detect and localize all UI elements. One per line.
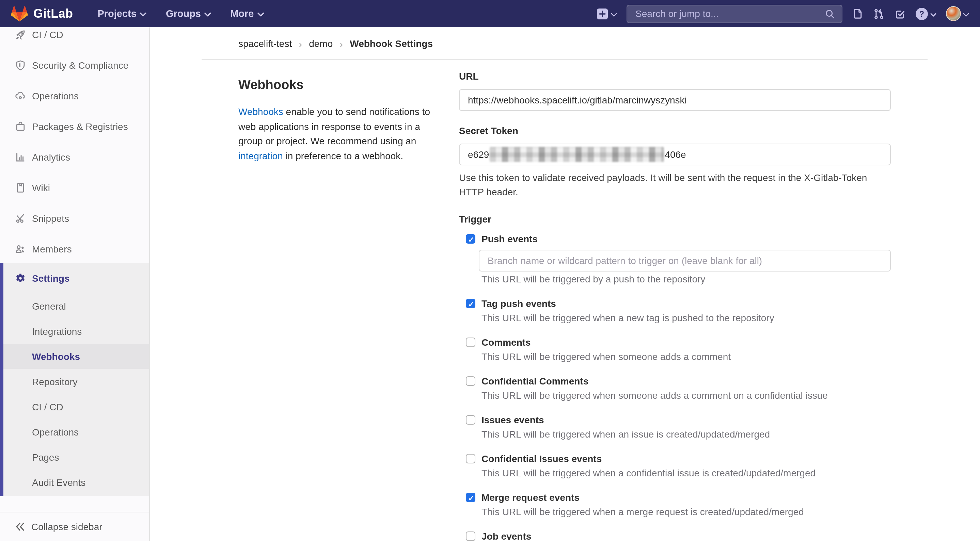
trigger-merge-request-events: Merge request events This URL will be tr… — [459, 491, 891, 519]
tag-push-events-checkbox[interactable] — [466, 299, 476, 308]
url-label: URL — [459, 70, 891, 84]
job-events-checkbox[interactable] — [466, 531, 476, 541]
confidential-issues-events-help: This URL will be triggered when a confid… — [482, 466, 891, 481]
sidebar-item-packages-registries[interactable]: Packages & Registries — [0, 111, 149, 141]
sidebar-item-security-compliance[interactable]: Security & Compliance — [0, 50, 149, 80]
nav-menu-projects[interactable]: Projects — [89, 0, 154, 27]
trigger-tag-push-events: Tag push events This URL will be trigger… — [459, 297, 891, 325]
sidebar-item-members[interactable]: Members — [0, 233, 149, 264]
main-content: spacelift-test › demo › Webhook Settings… — [150, 27, 980, 541]
sidebar-subitem-ci-cd[interactable]: CI / CD — [0, 394, 149, 419]
url-input[interactable] — [459, 89, 891, 111]
nav-menu-more[interactable]: More — [222, 0, 272, 27]
sidebar-item-snippets[interactable]: Snippets — [0, 203, 149, 233]
sidebar-subitem-general[interactable]: General — [0, 293, 149, 319]
project-sidebar: CI / CD Security & Compliance Operations… — [0, 27, 150, 541]
secret-token-input[interactable]: e629406e — [459, 144, 891, 165]
secret-token-help: Use this token to validate received payl… — [459, 171, 891, 199]
trigger-job-events: Job events This URL will be triggered wh… — [459, 530, 891, 541]
help-menu-button[interactable]: ? — [915, 7, 936, 20]
trigger-comments: Comments This URL will be triggered when… — [459, 335, 891, 364]
sidebar-item-label: Settings — [32, 273, 70, 284]
sidebar-subitem-audit-events[interactable]: Audit Events — [0, 470, 149, 495]
gitlab-tanuki-logo-icon — [11, 5, 28, 22]
breadcrumb-project[interactable]: demo — [309, 38, 332, 49]
push-events-help: This URL will be triggered by a push to … — [482, 272, 891, 287]
trigger-issues-events: Issues events This URL will be triggered… — [459, 413, 891, 442]
sidebar-item-label: Packages & Registries — [32, 121, 128, 132]
snippet-icon — [15, 213, 26, 224]
collapse-sidebar-button[interactable]: Collapse sidebar — [0, 512, 149, 541]
breadcrumb-current: Webhook Settings — [350, 38, 433, 49]
sidebar-item-label: Analytics — [32, 151, 70, 162]
webhooks-description: Webhooks enable you to send notification… — [239, 105, 443, 164]
push-events-checkbox[interactable] — [466, 234, 476, 244]
double-chevron-left-icon — [15, 523, 24, 531]
sidebar-item-operations[interactable]: Operations — [0, 80, 149, 111]
search-icon — [825, 8, 835, 19]
comments-help: This URL will be triggered when someone … — [482, 350, 891, 364]
trigger-push-events: Push events This URL will be triggered b… — [459, 232, 891, 287]
chevron-down-icon — [611, 8, 617, 19]
integration-link[interactable]: integration — [239, 151, 283, 161]
tag-push-events-label[interactable]: Tag push events — [482, 297, 891, 311]
new-menu-button[interactable] — [597, 8, 617, 19]
gear-icon — [15, 273, 26, 284]
chevron-down-icon — [140, 8, 147, 19]
issues-events-label[interactable]: Issues events — [482, 413, 891, 427]
sidebar-subitem-pages[interactable]: Pages — [0, 444, 149, 470]
todo-list-button[interactable] — [894, 8, 906, 19]
issues-events-checkbox[interactable] — [466, 415, 476, 425]
users-icon — [15, 243, 26, 254]
issues-button[interactable] — [852, 8, 864, 19]
gitlab-home-link[interactable]: GitLab — [11, 5, 73, 22]
nav-menu-groups[interactable]: Groups — [158, 0, 219, 27]
collapse-sidebar-label: Collapse sidebar — [31, 521, 102, 532]
sidebar-subitem-repository[interactable]: Repository — [0, 369, 149, 394]
sidebar-item-settings[interactable]: Settings — [0, 263, 149, 293]
active-section-indicator — [0, 263, 3, 496]
sidebar-item-ci-cd[interactable]: CI / CD — [0, 27, 149, 50]
tag-push-events-help: This URL will be triggered when a new ta… — [482, 311, 891, 325]
sidebar-subitem-operations[interactable]: Operations — [0, 419, 149, 444]
plus-square-icon — [597, 8, 608, 19]
sidebar-item-wiki[interactable]: Wiki — [0, 172, 149, 203]
rocket-icon — [15, 29, 26, 40]
confidential-comments-checkbox[interactable] — [466, 376, 476, 386]
top-navbar: GitLab Projects Groups More — [0, 0, 980, 27]
secret-token-label: Secret Token — [459, 124, 891, 138]
search-input[interactable] — [634, 8, 825, 20]
breadcrumb-separator: › — [339, 38, 343, 49]
chevron-down-icon — [257, 8, 264, 19]
secret-token-redacted — [490, 147, 664, 162]
merge-request-events-label[interactable]: Merge request events — [482, 491, 891, 505]
gitlab-webhook-settings-page: GitLab Projects Groups More — [0, 0, 980, 541]
sidebar-item-label: Members — [32, 243, 72, 254]
global-search — [627, 5, 842, 23]
trigger-confidential-issues-events: Confidential Issues events This URL will… — [459, 452, 891, 481]
trigger-label: Trigger — [459, 212, 891, 227]
sidebar-item-analytics[interactable]: Analytics — [0, 141, 149, 172]
confidential-comments-label[interactable]: Confidential Comments — [482, 374, 891, 389]
webhooks-doc-link[interactable]: Webhooks — [239, 106, 283, 117]
package-icon — [15, 121, 26, 132]
push-events-label[interactable]: Push events — [482, 232, 891, 246]
help-icon: ? — [915, 7, 928, 20]
breadcrumb-group[interactable]: spacelift-test — [239, 38, 292, 49]
sidebar-item-label: Security & Compliance — [32, 60, 128, 70]
sidebar-item-label: Operations — [32, 90, 79, 101]
job-events-label[interactable]: Job events — [482, 530, 891, 541]
merge-request-events-checkbox[interactable] — [466, 493, 476, 502]
user-menu-button[interactable] — [946, 6, 969, 21]
sidebar-subitem-integrations[interactable]: Integrations — [0, 319, 149, 344]
sidebar-subitem-webhooks[interactable]: Webhooks — [0, 344, 149, 369]
branch-filter-input[interactable] — [479, 250, 891, 271]
comments-label[interactable]: Comments — [482, 335, 891, 350]
comments-checkbox[interactable] — [466, 338, 476, 347]
breadcrumb: spacelift-test › demo › Webhook Settings — [150, 27, 980, 60]
webhook-form: URL Secret Token e629406e Use this token… — [459, 70, 891, 541]
merge-requests-button[interactable] — [873, 8, 885, 19]
chevron-down-icon — [204, 8, 211, 19]
confidential-issues-events-checkbox[interactable] — [466, 454, 476, 463]
confidential-issues-events-label[interactable]: Confidential Issues events — [482, 452, 891, 466]
